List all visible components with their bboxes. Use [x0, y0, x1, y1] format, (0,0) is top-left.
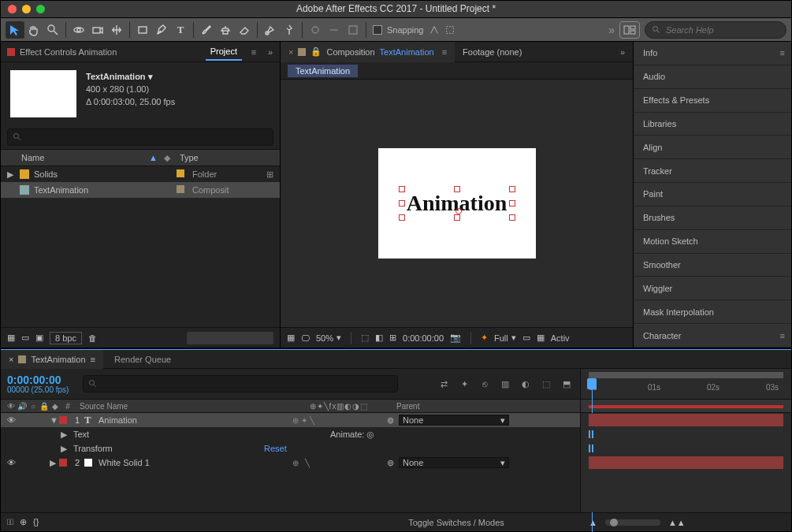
help-search-input[interactable]: [666, 25, 779, 35]
panel-wiggler[interactable]: Wiggler: [634, 277, 791, 300]
in-point-marker[interactable]: [589, 445, 593, 452]
toggle-modes-icon[interactable]: ⊕: [20, 517, 27, 527]
label-column-icon[interactable]: ◆: [50, 402, 61, 411]
parent-pickwhip-icon[interactable]: ⊚: [387, 458, 394, 468]
panel-character[interactable]: Character≡: [634, 324, 791, 348]
frame-blend-icon[interactable]: ▥: [498, 377, 512, 391]
label-color[interactable]: [59, 459, 67, 467]
panel-smoother[interactable]: Smoother: [634, 254, 791, 277]
time-ruler[interactable]: 0s 01s 02s 03s: [581, 369, 791, 399]
current-timecode[interactable]: 0:00:00:00: [7, 374, 69, 385]
viewer-timecode[interactable]: 0:00:00:00: [403, 330, 444, 346]
video-toggle-icon[interactable]: 👁: [6, 458, 17, 467]
layer-switches[interactable]: ⊕ ✦ ╲: [292, 416, 387, 425]
brainstorm-icon[interactable]: ⬒: [560, 377, 574, 391]
audio-column-icon[interactable]: 🔊: [17, 402, 28, 411]
snapshot-icon[interactable]: 📷: [450, 330, 461, 346]
animate-menu[interactable]: Animate: ◎: [330, 430, 575, 440]
project-search[interactable]: [7, 128, 273, 146]
layer-switches[interactable]: ⊕ ╲: [292, 459, 387, 467]
pan-behind-tool[interactable]: [107, 21, 126, 39]
viewer[interactable]: Animation: [281, 80, 633, 327]
solo-column-icon[interactable]: ○: [28, 402, 39, 411]
parent-dropdown[interactable]: None▾: [399, 457, 509, 468]
layer-bar-1[interactable]: [589, 414, 783, 426]
panel-tracker[interactable]: Tracker: [634, 159, 791, 183]
selection-handle[interactable]: [399, 214, 405, 221]
monitor-icon[interactable]: 🖵: [301, 330, 310, 346]
parent-dropdown[interactable]: None▾: [399, 415, 509, 426]
graph-editor-icon[interactable]: ⬚: [539, 377, 553, 391]
comp-flow-pill[interactable]: TextAnimation: [287, 64, 359, 78]
composition-tab[interactable]: × 🔒 Composition TextAnimation ≡: [281, 42, 455, 62]
disclosure-icon[interactable]: ▼: [50, 415, 59, 425]
in-point-marker[interactable]: [589, 430, 593, 438]
roto-brush-tool[interactable]: [261, 21, 280, 39]
timeline-zoom-slider[interactable]: [605, 519, 660, 526]
project-row-textanimation[interactable]: TextAnimation Composit: [1, 182, 280, 198]
flowchart-icon[interactable]: ⊞: [261, 169, 273, 180]
panel-align[interactable]: Align: [634, 136, 791, 159]
selection-handle[interactable]: [399, 186, 405, 192]
toggle-switches-icon[interactable]: �ิ: [7, 517, 13, 527]
comp-mini-flowchart-icon[interactable]: ⇄: [437, 377, 451, 391]
workspace-switcher[interactable]: [619, 21, 640, 39]
toggle-switches-modes-button[interactable]: Toggle Switches / Modes: [332, 518, 581, 527]
roi-icon[interactable]: ◧: [375, 330, 383, 346]
comp-name[interactable]: TextAnimation ▾: [86, 70, 175, 83]
selection-handle[interactable]: [454, 214, 460, 221]
zoom-tool[interactable]: [43, 21, 62, 39]
disclosure-icon[interactable]: ▶: [61, 430, 70, 440]
disclosure-icon[interactable]: ▶: [50, 458, 59, 468]
layer-prop-transform[interactable]: ▶ Transform Reset: [1, 441, 580, 456]
comp-panel-overflow[interactable]: »: [612, 47, 633, 57]
eraser-tool[interactable]: [235, 21, 254, 39]
effect-controls-tab[interactable]: Effect Controls Animation: [20, 47, 117, 57]
selection-handle[interactable]: [399, 200, 405, 206]
always-preview-icon[interactable]: ▦: [287, 330, 295, 346]
help-search[interactable]: [645, 21, 786, 39]
lock-column-icon[interactable]: 🔒: [39, 402, 50, 411]
panel-libraries[interactable]: Libraries: [634, 113, 791, 136]
resolution-dropdown[interactable]: Full ▾: [494, 330, 516, 346]
project-panel-menu[interactable]: ≡: [247, 47, 261, 57]
channel-icon[interactable]: ✦: [481, 330, 488, 346]
layer-row-2[interactable]: 👁 ▶ 2 White Solid 1 ⊕ ╲ ⊚None▾: [1, 456, 580, 470]
pen-tool[interactable]: [152, 21, 171, 39]
anchor-point-icon[interactable]: [455, 208, 462, 214]
zoom-out-icon[interactable]: ▲: [589, 518, 597, 527]
panel-mask-interpolation[interactable]: Mask Interpolation: [634, 300, 791, 324]
canvas[interactable]: Animation: [378, 148, 536, 259]
project-row-solids[interactable]: ▶ Solids Folder ⊞: [1, 166, 280, 182]
active-camera-label[interactable]: Activ: [551, 330, 570, 346]
panel-audio[interactable]: Audio: [634, 65, 791, 89]
puppet-pin-tool[interactable]: [280, 21, 299, 39]
close-tab-icon[interactable]: ×: [288, 47, 293, 57]
selection-handle[interactable]: [509, 200, 515, 206]
video-column-icon[interactable]: 👁: [6, 402, 17, 411]
toggle-layer-in-out-icon[interactable]: {}: [33, 517, 39, 527]
disclosure-triangle-icon[interactable]: ▶: [7, 169, 15, 180]
shy-icon[interactable]: ⎋: [478, 377, 492, 391]
parent-pickwhip-icon[interactable]: ⊚: [387, 415, 394, 426]
comp-tab-menu[interactable]: ≡: [442, 47, 447, 57]
footage-tab[interactable]: Footage (none): [455, 42, 530, 62]
selection-tool[interactable]: [6, 21, 24, 39]
camera-tool[interactable]: [88, 21, 107, 39]
video-toggle-icon[interactable]: 👁: [6, 415, 17, 425]
resolution-button[interactable]: ⬚: [361, 330, 369, 346]
project-tab[interactable]: Project: [206, 43, 242, 61]
type-tool[interactable]: T: [171, 21, 190, 39]
motion-blur-icon[interactable]: ◐: [519, 377, 533, 391]
new-comp-icon[interactable]: ▣: [35, 333, 43, 343]
zoom-in-icon[interactable]: ▲▲: [668, 518, 686, 527]
brush-tool[interactable]: [197, 21, 216, 39]
layer-row-1[interactable]: 👁 ▼ 1 T Animation ⊕ ✦ ╲ ⊚None▾: [1, 413, 580, 427]
grid-icon[interactable]: ⊞: [389, 330, 396, 346]
panel-paint[interactable]: Paint: [634, 183, 791, 206]
selection-handle[interactable]: [509, 186, 515, 192]
delete-icon[interactable]: 🗑: [88, 333, 97, 343]
selection-handle[interactable]: [454, 186, 460, 192]
interpret-footage-icon[interactable]: ▦: [7, 333, 15, 343]
orbit-tool[interactable]: [69, 21, 88, 39]
